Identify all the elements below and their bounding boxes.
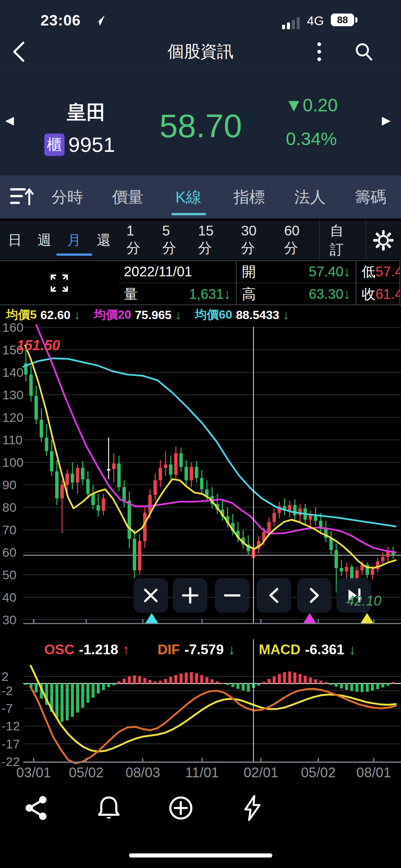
period-15分[interactable]: 15分 bbox=[190, 221, 233, 259]
share-icon[interactable] bbox=[23, 795, 50, 822]
close-icon bbox=[143, 587, 159, 604]
chevron-right-icon bbox=[306, 586, 323, 604]
svg-text:03/01: 03/01 bbox=[17, 765, 51, 780]
svg-text:30: 30 bbox=[2, 613, 17, 626]
tab-價量[interactable]: 價量 bbox=[98, 178, 158, 216]
period-60分[interactable]: 60分 bbox=[276, 221, 319, 259]
svg-text:60: 60 bbox=[2, 545, 17, 559]
volume-readout: 量1,631↓ bbox=[119, 283, 237, 305]
period-5分[interactable]: 5分 bbox=[155, 221, 191, 259]
prev-stock-button[interactable]: ◀ bbox=[5, 114, 14, 127]
app-screen: 23:06 4G 88 個股資訊 ◀ 皇田 櫃 9951 58.70 ▼0.20… bbox=[0, 0, 401, 868]
candles bbox=[24, 346, 395, 592]
period-custom[interactable]: 自訂 bbox=[319, 221, 365, 259]
clock: 23:06 bbox=[41, 12, 81, 29]
stock-code: 9951 bbox=[68, 132, 115, 157]
macd-readout-row: OSC-1.218↑DIF-7.579↓MACD-6.361↓ bbox=[0, 642, 401, 660]
ohlc-readout: 2022/11/01 開57.40↓ 低57.40↑ 量1,631↓ 高63.3… bbox=[0, 260, 401, 305]
svg-text:2: 2 bbox=[2, 669, 9, 684]
price-change: ▼0.20 bbox=[259, 95, 364, 115]
tab-法人[interactable]: 法人 bbox=[279, 178, 340, 216]
svg-text:120: 120 bbox=[2, 410, 24, 424]
svg-text:140: 140 bbox=[2, 365, 24, 379]
svg-text:05/02: 05/02 bbox=[301, 765, 336, 780]
zoom-in-button[interactable] bbox=[173, 578, 207, 613]
ma5-line bbox=[25, 345, 396, 568]
tab-指標[interactable]: 指標 bbox=[219, 178, 279, 216]
fullscreen-button[interactable] bbox=[0, 261, 119, 305]
svg-text:70: 70 bbox=[2, 523, 17, 537]
main-tab-bar: 分時價量K線指標法人籌碼 bbox=[0, 175, 401, 219]
location-icon bbox=[93, 14, 106, 27]
next-stock-button[interactable]: ▶ bbox=[382, 114, 390, 127]
price-change-pct: 0.34% bbox=[259, 129, 364, 149]
svg-text:-12: -12 bbox=[2, 719, 20, 733]
svg-text:40: 40 bbox=[2, 590, 17, 604]
svg-text:151.50: 151.50 bbox=[17, 337, 60, 353]
svg-text:100: 100 bbox=[2, 455, 24, 469]
svg-text:-7: -7 bbox=[2, 701, 13, 715]
market-badge: 櫃 bbox=[44, 133, 65, 156]
ma5-label: 均價5 bbox=[6, 307, 37, 323]
svg-text:11/01: 11/01 bbox=[185, 765, 219, 780]
kebab-icon bbox=[317, 42, 321, 46]
minus-icon bbox=[223, 586, 241, 604]
magenta-marker bbox=[303, 613, 316, 623]
sort-icon[interactable] bbox=[8, 184, 37, 210]
tab-K線[interactable]: K線 bbox=[158, 178, 219, 216]
zoom-out-button[interactable] bbox=[215, 578, 249, 613]
add-circle-icon[interactable] bbox=[167, 795, 194, 822]
status-bar: 23:06 4G 88 bbox=[0, 0, 401, 34]
svg-text:80: 80 bbox=[2, 500, 17, 514]
period-週[interactable]: 週 bbox=[30, 221, 59, 259]
svg-text:160: 160 bbox=[2, 322, 24, 334]
svg-text:08/03: 08/03 bbox=[125, 765, 160, 780]
svg-text:110: 110 bbox=[2, 433, 23, 447]
chart-settings-button[interactable] bbox=[365, 221, 401, 259]
search-icon[interactable] bbox=[352, 40, 376, 64]
expand-icon bbox=[49, 273, 69, 293]
period-1分[interactable]: 1分 bbox=[119, 221, 155, 259]
tab-籌碼[interactable]: 籌碼 bbox=[340, 178, 401, 216]
step-back-button[interactable] bbox=[257, 578, 291, 613]
dif-readout: DIF-7.579↓ bbox=[158, 642, 235, 658]
svg-text:130: 130 bbox=[2, 388, 24, 402]
open-readout: 開57.40↓ bbox=[237, 261, 356, 283]
candle-date: 2022/11/01 bbox=[119, 261, 237, 283]
high-readout: 高63.30↓ bbox=[237, 283, 356, 305]
svg-text:-2: -2 bbox=[2, 684, 13, 698]
home-indicator[interactable] bbox=[129, 853, 272, 858]
stock-info-panel: ◀ 皇田 櫃 9951 58.70 ▼0.20 0.34% ▶ bbox=[0, 69, 401, 175]
period-30分[interactable]: 30分 bbox=[233, 221, 276, 259]
period-月[interactable]: 月 bbox=[59, 221, 89, 259]
alert-bell-icon[interactable] bbox=[95, 795, 122, 822]
chevron-left-icon bbox=[266, 586, 282, 604]
step-forward-button[interactable] bbox=[297, 578, 332, 613]
close-readout: 收61.40↑ bbox=[356, 283, 400, 305]
close-crosshair-button[interactable] bbox=[134, 578, 168, 613]
svg-text:02/01: 02/01 bbox=[243, 765, 278, 780]
gear-icon bbox=[372, 229, 394, 251]
network-type: 4G bbox=[307, 13, 324, 28]
stock-price: 58.70 bbox=[143, 107, 259, 145]
battery-icon: 88 bbox=[331, 13, 354, 26]
macd-readout: MACD-6.361↓ bbox=[259, 642, 356, 658]
svg-text:05/02: 05/02 bbox=[69, 765, 104, 780]
ma-readout: 均價5 62.60 ↓ 均價20 75.965 ↓ 均價60 88.5433 ↓ bbox=[0, 307, 401, 322]
period-日[interactable]: 日 bbox=[0, 221, 30, 259]
page-title: 個股資訊 bbox=[0, 40, 401, 63]
ma60-label: 均價60 bbox=[195, 307, 232, 323]
flash-icon[interactable] bbox=[239, 795, 266, 822]
svg-text:90: 90 bbox=[2, 478, 17, 492]
low-readout: 低57.40↑ bbox=[356, 261, 400, 283]
chart-low-label: 42.10 bbox=[347, 593, 381, 609]
more-menu-button[interactable] bbox=[310, 40, 329, 64]
stock-name: 皇田 bbox=[34, 99, 139, 126]
app-header: 個股資訊 bbox=[0, 34, 401, 69]
ma20-label: 均價20 bbox=[94, 307, 131, 323]
plus-icon bbox=[181, 586, 199, 604]
tab-分時[interactable]: 分時 bbox=[37, 178, 98, 216]
svg-text:08/01: 08/01 bbox=[356, 765, 391, 780]
period-還[interactable]: 還 bbox=[89, 221, 119, 259]
cyan-marker bbox=[146, 613, 158, 623]
